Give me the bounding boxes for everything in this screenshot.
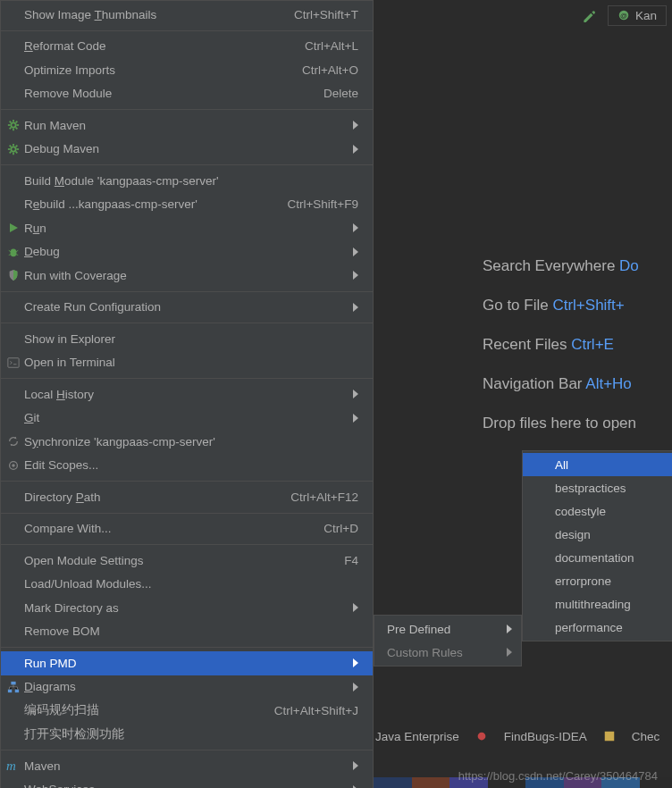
welcome-row: Search Everywhere Do — [483, 257, 639, 275]
submenu-arrow-icon — [353, 121, 358, 130]
svg-point-13 — [11, 147, 15, 151]
blank-icon — [4, 386, 22, 402]
submenu-item[interactable]: Pre Defined — [374, 617, 521, 641]
separator — [1, 750, 373, 750]
menu-item[interactable]: Rebuild ...kangpaas-cmp-server'Ctrl+Shif… — [1, 193, 373, 217]
submenu-item[interactable]: Custom Rules — [374, 641, 521, 664]
welcome-text: Search Everywhere — [483, 257, 619, 274]
pmd-rule-item[interactable]: multithreading — [523, 592, 672, 616]
blank-icon — [4, 299, 22, 315]
shortcut-label: Ctrl+Alt+F12 — [290, 490, 358, 504]
welcome-panel: Search Everywhere DoGo to File Ctrl+Shif… — [483, 257, 639, 432]
blank-icon — [4, 782, 22, 788]
welcome-shortcut: Alt+Ho — [585, 375, 632, 392]
svg-text:@: @ — [620, 12, 627, 20]
menu-item[interactable]: Mark Directory as — [1, 596, 373, 620]
submenu-label: Custom Rules — [387, 646, 507, 659]
menu-item[interactable]: Diagrams — [1, 675, 373, 700]
menu-item-label: Synchronize 'kangpaas-cmp-server' — [24, 435, 358, 448]
menu-item[interactable]: WebServices — [1, 778, 373, 789]
menu-item[interactable]: Compare With...Ctrl+D — [1, 517, 373, 541]
welcome-text: Recent Files — [483, 336, 571, 353]
menu-item[interactable]: 打开实时检测功能 — [1, 723, 373, 747]
menu-item-label: Build Module 'kangpaas-cmp-server' — [24, 174, 358, 188]
menu-item[interactable]: Debug Maven — [1, 138, 373, 162]
menu-item[interactable]: Optimize ImportsCtrl+Alt+O — [1, 58, 373, 82]
submenu-arrow-icon — [353, 145, 358, 154]
welcome-row: Drop files here to open — [483, 415, 639, 432]
menu-item[interactable]: Show in Explorer — [1, 327, 373, 351]
menu-item[interactable]: 编码规约扫描Ctrl+Alt+Shift+J — [1, 699, 373, 723]
separator — [1, 109, 373, 110]
menu-item[interactable]: Run Maven — [1, 113, 373, 138]
svg-line-9 — [10, 122, 12, 123]
pmd-rule-item[interactable]: errorprone — [523, 569, 672, 592]
menu-item-label: Open Module Settings — [24, 554, 344, 567]
context-menu[interactable]: Show Image ThumbnailsCtrl+Shift+TReforma… — [0, 0, 374, 788]
blank-icon — [4, 410, 22, 426]
separator — [1, 164, 373, 165]
menu-item[interactable]: mMaven — [1, 754, 373, 778]
pmd-rule-label: performance — [555, 621, 623, 634]
menu-item-label: Maven — [24, 759, 346, 773]
pmd-rule-label: multithreading — [555, 598, 631, 611]
pmd-rule-item[interactable]: codestyle — [523, 499, 672, 523]
submenu-arrow-icon — [507, 625, 512, 633]
diagram-icon — [4, 679, 22, 695]
pmd-rule-item[interactable]: All — [523, 453, 672, 476]
menu-item[interactable]: Remove BOM — [1, 620, 373, 644]
menu-item-label: Create Run Configuration — [24, 300, 346, 314]
menu-item[interactable]: Remove ModuleDelete — [1, 82, 373, 106]
menu-item-label: Rebuild ...kangpaas-cmp-server' — [24, 197, 287, 211]
svg-rect-32 — [15, 689, 19, 692]
welcome-text: Go to File — [483, 297, 552, 314]
menu-item[interactable]: Load/Unload Modules... — [1, 573, 373, 597]
menu-item[interactable]: Local History — [1, 382, 373, 407]
menu-item[interactable]: Open in Terminal — [1, 351, 373, 375]
menu-item-label: Open in Terminal — [24, 356, 358, 369]
menu-item[interactable]: Run PMD — [1, 651, 373, 675]
svg-rect-3 — [605, 732, 615, 742]
java-ee-tool[interactable]: Java Enterprise — [375, 730, 459, 743]
separator — [1, 30, 373, 31]
m-icon: m — [4, 758, 22, 774]
blank-icon — [4, 702, 22, 718]
pmd-rule-item[interactable]: design — [523, 523, 672, 546]
menu-item[interactable]: Directory PathCtrl+Alt+F12 — [1, 485, 373, 509]
svg-point-29 — [12, 464, 15, 467]
run-pmd-submenu[interactable]: Pre DefinedCustom Rules — [374, 615, 522, 666]
run-configuration-pill[interactable]: @ Kan — [608, 5, 667, 26]
separator — [1, 647, 373, 648]
shield-icon — [4, 267, 22, 283]
welcome-shortcut: Do — [619, 257, 639, 274]
menu-item[interactable]: Build Module 'kangpaas-cmp-server' — [1, 169, 373, 193]
findbugs-tool[interactable]: FindBugs-IDEA — [504, 730, 587, 743]
svg-rect-31 — [8, 689, 12, 692]
pmd-predefined-submenu[interactable]: Allbestpracticescodestyledesigndocumenta… — [522, 450, 672, 641]
pmd-rule-item[interactable]: performance — [523, 616, 672, 639]
menu-item[interactable]: Debug — [1, 240, 373, 264]
svg-line-12 — [10, 128, 12, 130]
menu-item[interactable]: Reformat CodeCtrl+Alt+L — [1, 35, 373, 59]
checkstyle-tool[interactable]: Chec — [632, 730, 660, 743]
welcome-row: Navigation Bar Alt+Ho — [483, 375, 639, 393]
svg-line-19 — [16, 151, 18, 153]
menu-item[interactable]: Run with Coverage — [1, 264, 373, 288]
welcome-row: Recent Files Ctrl+E — [483, 336, 639, 354]
pmd-rule-item[interactable]: documentation — [523, 546, 672, 569]
build-icon[interactable] — [581, 7, 597, 23]
blank-icon — [4, 172, 22, 189]
blank-icon — [4, 599, 22, 616]
menu-item[interactable]: Open Module SettingsF4 — [1, 549, 373, 573]
pmd-rule-label: errorprone — [555, 574, 611, 588]
submenu-arrow-icon — [353, 603, 358, 612]
menu-item[interactable]: Run — [1, 216, 373, 240]
menu-item[interactable]: Edit Scopes... — [1, 454, 373, 478]
menu-item[interactable]: Show Image ThumbnailsCtrl+Shift+T — [1, 3, 373, 27]
pmd-rule-item[interactable]: bestpractices — [523, 476, 672, 499]
menu-item[interactable]: Synchronize 'kangpaas-cmp-server' — [1, 430, 373, 454]
blank-icon — [4, 62, 22, 78]
menu-item-label: Optimize Imports — [24, 63, 302, 77]
menu-item[interactable]: Create Run Configuration — [1, 296, 373, 320]
menu-item[interactable]: Git — [1, 407, 373, 431]
